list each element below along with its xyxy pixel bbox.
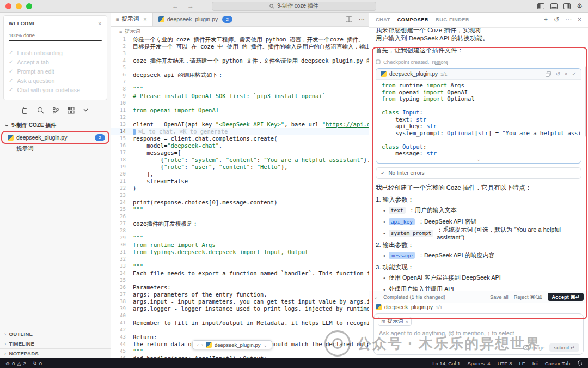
code-line[interactable]: 5 [111, 64, 369, 71]
code-line[interactable]: 16 model="deepseek-chat", [111, 142, 369, 149]
code-line[interactable]: 10 [111, 100, 369, 107]
code-line[interactable]: 4coze 插件开发结果，请新建一个 python 文件，文件名请使用 deep… [111, 57, 369, 64]
code-line[interactable]: 6deepseek api 的调用格式如下： [111, 71, 369, 79]
composer-input-box[interactable]: ⊞ 提示词 × Ask agent to do anything, @ to m… [373, 313, 584, 355]
composer-input[interactable]: Ask agent to do anything, @ to mention, … [379, 330, 578, 336]
code-line[interactable]: 14⌘L to chat, ⌘K to generate [111, 128, 369, 135]
prev-change-icon[interactable]: ‹ [197, 342, 199, 348]
search-sidebar-icon[interactable] [37, 107, 44, 114]
code-line[interactable]: 29""" [111, 234, 369, 242]
reject-file-icon[interactable]: × [565, 71, 568, 77]
code-line[interactable]: 34Each file needs to export a function n… [111, 270, 369, 277]
editor-tab[interactable]: ≡提示词× [111, 12, 153, 26]
sidebar-section-timeline[interactable]: ›TIMELINE [0, 339, 111, 348]
conversation-scroll[interactable]: 我来帮您创建一个 Coze 插件，实现将 用户输入到 DeepSeek API … [369, 28, 588, 291]
window-controls[interactable] [5, 3, 32, 9]
extensions-icon[interactable] [68, 107, 75, 114]
next-change-icon[interactable]: › [201, 342, 203, 348]
sidebar-section-outline[interactable]: ›OUTLINE [0, 329, 111, 339]
code-line[interactable]: 32 [111, 256, 369, 263]
notifications-bell-icon[interactable] [577, 360, 583, 366]
minimize-window-button[interactable] [16, 3, 22, 9]
accept-all-button[interactable]: Accept ⌘↵ [548, 293, 584, 301]
ports-indicator[interactable]: ↯ 0 [33, 360, 42, 366]
file-item[interactable]: 提示词 [0, 143, 111, 154]
panel-more-icon[interactable]: ⋯ [565, 16, 572, 23]
status-item[interactable]: Cursor Tab [545, 360, 570, 366]
code-line[interactable]: 26 [111, 213, 369, 220]
code-line[interactable]: 24print(response.choices[0].message.cont… [111, 199, 369, 206]
file-change-pill[interactable]: ‹ › deepseek_plugin.py ⌄ [192, 340, 272, 349]
editor-lines[interactable]: 1你是一个专业的 coze 插件开发工程师。需要使用 python 语言，开发一… [111, 36, 369, 358]
save-all-button[interactable]: Save all [490, 294, 509, 300]
code-line[interactable]: 2目标是开发一个 可以 在 coze 中 使用 的 插件。插件的输入是用户的自然… [111, 43, 369, 50]
footer-chevron-icon[interactable]: ⌄ [373, 294, 378, 300]
changed-file-row[interactable]: deepseek_plugin.py 1/1 [369, 303, 588, 312]
close-window-button[interactable] [5, 3, 11, 9]
expand-chevron-icon[interactable]: ⌄ [376, 157, 581, 163]
status-item[interactable]: UTF-8 [498, 360, 512, 366]
panel-tab-composer[interactable]: COMPOSER [397, 17, 428, 22]
code-line[interactable]: 35 [111, 277, 369, 284]
status-item[interactable]: Ln 14, Col 1 [432, 360, 460, 366]
code-line[interactable]: 25""" [111, 206, 369, 213]
code-line[interactable]: 3 [111, 50, 369, 57]
toggle-secondary-sidebar-icon[interactable] [564, 3, 571, 9]
code-line[interactable]: 12 [111, 114, 369, 121]
code-line[interactable]: 17 messages=[ [111, 149, 369, 156]
code-line[interactable]: 22) [111, 185, 369, 192]
code-line[interactable]: 8""" [111, 86, 369, 93]
checkpoint-restore-link[interactable]: restore [432, 59, 449, 65]
file-item[interactable]: deepseek_plugin.py2 [2, 132, 108, 143]
editor-tab[interactable]: deepseek_plugin.py2 [153, 12, 238, 26]
rerun-icon[interactable]: ↺ [555, 71, 560, 77]
code-line[interactable]: 15response = client.chat.completions.cre… [111, 135, 369, 142]
panel-tab-chat[interactable]: CHAT [376, 17, 390, 22]
status-item[interactable]: Spaces: 4 [467, 360, 490, 366]
code-line[interactable]: 33""" [111, 263, 369, 270]
sidebar-section-notepads[interactable]: ›NOTEPADS [0, 348, 111, 358]
code-line[interactable]: 21 stream=False [111, 178, 369, 185]
status-item[interactable]: LF [519, 360, 525, 366]
history-back-icon[interactable]: ← [172, 0, 179, 12]
chevron-down-icon[interactable] [83, 107, 89, 113]
code-line[interactable]: 20 ], [111, 171, 369, 178]
command-search-bar[interactable]: 9-制作 coze 插件 [212, 2, 376, 11]
code-line[interactable]: 19 {"role": "user", "content": "Hello"}, [111, 164, 369, 171]
new-chat-icon[interactable]: + [544, 16, 548, 23]
reject-all-button[interactable]: Reject ⌘⌫ [514, 294, 543, 300]
context-chip[interactable]: ⊞ 提示词 × [378, 317, 412, 326]
code-line[interactable]: 1你是一个专业的 coze 插件开发工程师。需要使用 python 语言，开发一… [111, 36, 369, 43]
code-line[interactable]: 18 {"role": "system", "content": "You ar… [111, 156, 369, 164]
code-line[interactable]: 23 [111, 192, 369, 199]
code-line[interactable]: 31from typings.deepseek.deepseek import … [111, 249, 369, 256]
code-line[interactable]: 36Parameters: [111, 284, 369, 291]
code-line[interactable]: 9# Please install OpenAI SDK first: `pip… [111, 93, 369, 100]
image-button[interactable]: image [523, 345, 545, 351]
copy-icon[interactable] [546, 71, 551, 77]
panel-tab-bug-finder[interactable]: BUG FINDER [436, 17, 469, 22]
code-line[interactable]: 13client = OpenAI(api_key="<DeepSeek API… [111, 121, 369, 128]
files-icon[interactable] [22, 107, 29, 114]
accept-file-icon[interactable]: ✓ [572, 71, 577, 77]
pill-chevron-icon[interactable]: ⌄ [264, 342, 268, 348]
code-line[interactable]: 28 [111, 227, 369, 234]
toggle-primary-sidebar-icon[interactable] [537, 3, 544, 9]
submit-button[interactable]: submit ↵ [549, 343, 579, 352]
problems-indicator[interactable]: ⊘ 0 △ 2 [5, 360, 26, 366]
welcome-close-icon[interactable]: × [98, 20, 102, 27]
tab-close-icon[interactable]: × [143, 16, 146, 22]
source-control-icon[interactable] [52, 107, 59, 114]
status-item[interactable]: Ini [532, 360, 538, 366]
code-line[interactable]: 11from openai import OpenAI [111, 107, 369, 114]
explorer-section-header[interactable]: 9-制作 COZE 插件 [0, 119, 111, 131]
code-line[interactable]: 39args.logger - logger instance used to … [111, 305, 369, 312]
history-icon[interactable]: ↺ [554, 16, 559, 23]
code-line[interactable]: 40 [111, 312, 369, 319]
remove-context-icon[interactable]: × [405, 318, 408, 324]
panel-scrollbar[interactable] [585, 66, 587, 137]
code-line[interactable]: 38args.input - input parameters, you can… [111, 298, 369, 305]
code-line[interactable]: 7 [111, 79, 369, 86]
history-forward-icon[interactable]: → [187, 0, 194, 12]
code-line[interactable]: 41Remember to fill in input/output in Me… [111, 319, 369, 327]
